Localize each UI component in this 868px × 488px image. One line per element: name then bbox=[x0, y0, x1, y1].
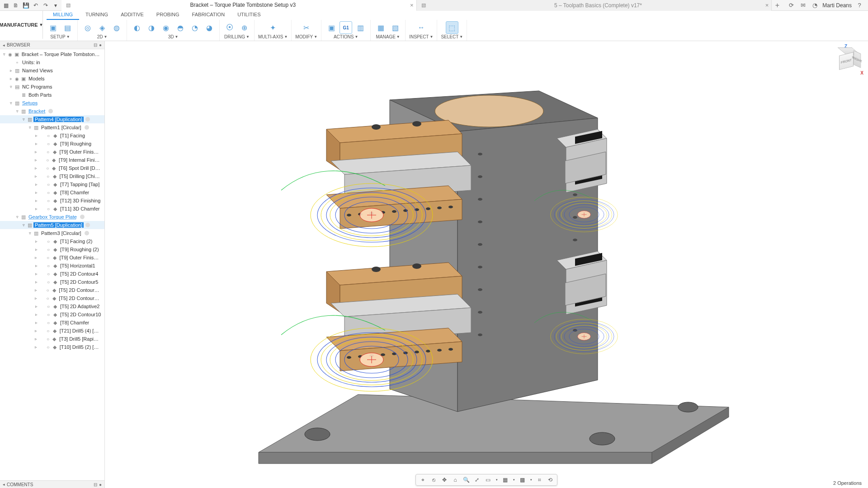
tree-root[interactable]: ▿◉▣Bracket – Torque Plate Tombstone … bbox=[0, 50, 104, 58]
modify-cut-icon[interactable]: ✂ bbox=[300, 21, 313, 34]
tree-twisty-icon[interactable]: ▹ bbox=[33, 239, 39, 244]
doc-tab-1-close-icon[interactable]: × bbox=[410, 2, 414, 9]
nav-snap-icon[interactable]: ⌗ bbox=[534, 475, 544, 484]
tree-op1-8[interactable]: ▹○◆[T12] 3D Finishing bbox=[0, 197, 104, 205]
tree-op1-7[interactable]: ▹○◆[T8] Chamfer bbox=[0, 188, 104, 197]
inspect-icon[interactable]: ↔ bbox=[415, 21, 428, 34]
notifications-icon[interactable]: ✉ bbox=[799, 1, 807, 9]
tree-aux-icon[interactable]: ○ bbox=[45, 239, 52, 244]
op-3d-f-icon[interactable]: ◕ bbox=[203, 21, 216, 34]
tree-pattern5[interactable]: ▿▥Pattern5 [Duplication] bbox=[0, 221, 104, 229]
tree-gearbox[interactable]: ▿▥Gearbox Torque Plate bbox=[0, 213, 104, 221]
tree-op1-9[interactable]: ▹○◆[T11] 3D Chamfer bbox=[0, 205, 104, 213]
tree-aux-icon[interactable]: ○ bbox=[45, 206, 52, 211]
tree-setups[interactable]: ▿▥Setups bbox=[0, 99, 104, 107]
tree-aux-icon[interactable]: ○ bbox=[45, 158, 51, 163]
nav-env-caret-icon[interactable]: ▾ bbox=[511, 475, 516, 484]
tree-twisty-icon[interactable]: ▹ bbox=[33, 150, 39, 154]
nav-grid-icon[interactable]: ▩ bbox=[517, 475, 527, 484]
ribbon-tab-probing[interactable]: PROBING bbox=[150, 11, 186, 20]
tree-aux-icon[interactable]: ○ bbox=[45, 141, 52, 146]
tree-twisty-icon[interactable]: ▹ bbox=[33, 320, 39, 325]
tree-twisty-icon[interactable]: ▹ bbox=[33, 206, 39, 211]
tree-op2-9[interactable]: ▹○◆[T5] 2D Contour10 bbox=[0, 310, 104, 319]
ribbon-tab-fabrication[interactable]: FABRICATION bbox=[186, 11, 231, 20]
sync-icon[interactable]: ⟳ bbox=[787, 1, 795, 9]
ribbon-group-label[interactable]: SETUP▼ bbox=[50, 34, 70, 39]
action-sheet-icon[interactable]: ▥ bbox=[354, 21, 367, 34]
tree-twisty-icon[interactable]: ▹ bbox=[33, 158, 38, 162]
tree-aux-icon[interactable]: ○ bbox=[45, 255, 51, 260]
new-tab-button[interactable]: + bbox=[772, 0, 783, 11]
tree-twisty-icon[interactable]: ▿ bbox=[27, 125, 33, 130]
doc-tab-1[interactable]: ▧ Bracket – Torque Plate Tombstone Setup… bbox=[61, 0, 417, 11]
tree-twisty-icon[interactable]: ▹ bbox=[33, 345, 39, 349]
tree-aux-icon[interactable]: ○ bbox=[45, 345, 51, 350]
comments-collapse-icon[interactable]: ◂ bbox=[3, 482, 5, 487]
tree-aux-icon[interactable]: ○ bbox=[45, 337, 51, 342]
tree-op2-13[interactable]: ▹○◆[T10] Drill5 (2) [R… bbox=[0, 343, 104, 351]
tree-aux-icon[interactable]: ○ bbox=[45, 304, 52, 309]
op-3d-e-icon[interactable]: ◔ bbox=[189, 21, 201, 34]
tree-op1-4[interactable]: ▹○◆[T6] Spot Drill [Dw… bbox=[0, 164, 104, 172]
tree-twisty-icon[interactable]: ▹ bbox=[33, 272, 39, 276]
action-a-icon[interactable]: ▣ bbox=[325, 21, 338, 34]
tree-twisty-icon[interactable]: ▹ bbox=[33, 166, 38, 170]
undo-icon[interactable]: ↶ bbox=[32, 1, 40, 9]
tree-op2-12[interactable]: ▹○◆[T3] Drill5 [Rapid … bbox=[0, 335, 104, 343]
tree-pattern1[interactable]: ▿▥Pattern1 [Circular] bbox=[0, 123, 104, 131]
tree-op2-4[interactable]: ▹○◆[T5] 2D Contour4 bbox=[0, 270, 104, 278]
tree-pattern3[interactable]: ▿▥Pattern3 [Circular] bbox=[0, 229, 104, 237]
ribbon-group-label[interactable]: 2D▼ bbox=[97, 34, 108, 39]
save-icon[interactable]: 💾 bbox=[22, 1, 30, 9]
ribbon-group-label[interactable]: MANAGE▼ bbox=[376, 34, 400, 39]
tree-op2-7[interactable]: ▹○◆[T5] 2D Contour4 … bbox=[0, 294, 104, 302]
nav-pan-icon[interactable]: ✥ bbox=[439, 475, 449, 484]
tree-op1-0[interactable]: ▹○◆[T1] Facing bbox=[0, 131, 104, 140]
nav-fit-icon[interactable]: ⤢ bbox=[472, 475, 482, 484]
avatar-icon[interactable]: ◔ bbox=[811, 1, 819, 9]
browser-panel-header[interactable]: ◂ BROWSER ⊟ ● bbox=[0, 41, 104, 49]
browser-pin-icon[interactable]: ⊟ bbox=[94, 42, 97, 47]
tree-twisty-icon[interactable]: ▿ bbox=[21, 117, 26, 122]
ribbon-tab-utilities[interactable]: UTILITIES bbox=[231, 11, 267, 20]
tree-twisty-icon[interactable]: ▹ bbox=[33, 296, 38, 300]
ribbon-group-label[interactable]: 3D▼ bbox=[168, 34, 179, 39]
tree-aux-icon[interactable]: ○ bbox=[45, 263, 52, 268]
tree-units[interactable]: ▫Units: in bbox=[0, 58, 104, 66]
comments-panel-header[interactable]: ◂ COMMENTS ⊟ ● bbox=[0, 480, 104, 488]
redo-icon[interactable]: ↷ bbox=[42, 1, 50, 9]
tree-twisty-icon[interactable]: ▹ bbox=[33, 280, 39, 284]
tree-twisty-icon[interactable]: ▹ bbox=[33, 255, 39, 260]
nav-lookat-icon[interactable]: ⌂ bbox=[450, 475, 460, 484]
tree-op1-1[interactable]: ▹○◆[T9] Roughing bbox=[0, 140, 104, 148]
tree-twisty-icon[interactable]: ▹ bbox=[33, 263, 39, 268]
tree-twisty-icon[interactable]: ▹ bbox=[33, 198, 39, 203]
tree-op2-8[interactable]: ▹○◆[T5] 2D Adaptive2 bbox=[0, 302, 104, 310]
ribbon-group-label[interactable]: SELECT▼ bbox=[441, 34, 463, 39]
tree-named-views[interactable]: ▹▥Named Views bbox=[0, 66, 104, 75]
tree-pattern4[interactable]: ▿▥Pattern4 [Duplication] bbox=[0, 115, 104, 123]
tree-twisty-icon[interactable]: ▹ bbox=[33, 133, 39, 138]
tree-op1-5[interactable]: ▹○◆[T5] Drilling [Chip… bbox=[0, 172, 104, 180]
doc-tab-2[interactable]: ▧ 5 – Toolpath Basics (Complete) v17* × bbox=[417, 0, 772, 11]
nav-orbit-icon[interactable]: ⌖ bbox=[418, 475, 428, 484]
tree-twisty-icon[interactable]: ▿ bbox=[14, 109, 20, 113]
tree-aux-icon[interactable]: ○ bbox=[45, 288, 51, 293]
tree-aux-icon[interactable]: ○ bbox=[45, 166, 51, 171]
tree-twisty-icon[interactable]: ▹ bbox=[33, 182, 39, 187]
ribbon-group-label[interactable]: MULTI-AXIS▼ bbox=[258, 34, 288, 39]
manage-b-icon[interactable]: ▧ bbox=[389, 21, 401, 34]
tree-op1-6[interactable]: ▹○◆[T7] Tapping [Tap] bbox=[0, 180, 104, 188]
doc-tab-2-close-icon[interactable]: × bbox=[765, 2, 769, 9]
tree-twisty-icon[interactable]: ▿ bbox=[8, 84, 14, 89]
op-3d-c-icon[interactable]: ◉ bbox=[160, 21, 172, 34]
browser-gear-icon[interactable]: ● bbox=[99, 42, 102, 47]
tree-twisty-icon[interactable]: ▹ bbox=[33, 190, 39, 195]
select-icon[interactable]: ⬚ bbox=[446, 21, 458, 34]
tree-aux-icon[interactable]: ○ bbox=[45, 247, 52, 252]
drill-b-icon[interactable]: ⊕ bbox=[238, 21, 250, 34]
op-3d-d-icon[interactable]: ◓ bbox=[174, 21, 187, 34]
tree-twisty-icon[interactable]: ▹ bbox=[8, 68, 14, 73]
tree-aux-icon[interactable]: ○ bbox=[45, 198, 52, 203]
